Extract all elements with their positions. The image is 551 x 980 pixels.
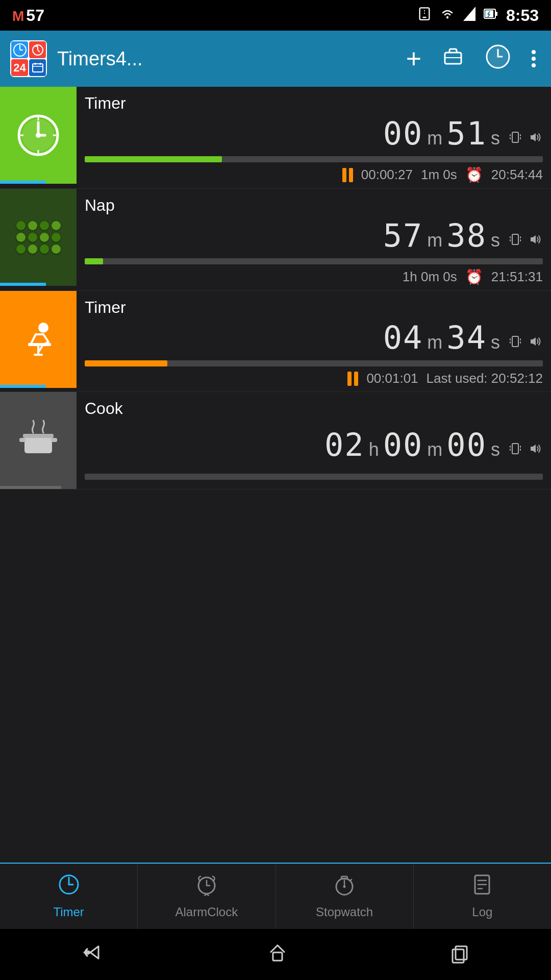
timer-display-4: 02 h 00 m 00 s — [85, 426, 543, 463]
progress-fill-1 — [85, 156, 222, 162]
timer-name-4: Cook — [85, 399, 543, 418]
timer-minunit-4: m — [427, 439, 442, 460]
timer-item-4[interactable]: Cook 02 h 00 m 00 s — [0, 392, 551, 489]
sound-icon-2 — [529, 232, 543, 250]
recents-button[interactable] — [448, 941, 471, 968]
timer-secunit-4: s — [491, 439, 500, 460]
progress-bar-4 — [85, 474, 543, 480]
svg-rect-43 — [510, 236, 511, 238]
person-desk-icon — [15, 316, 61, 362]
status-right: 8:53 — [417, 6, 539, 25]
more-icon[interactable] — [527, 43, 541, 74]
nav-log-icon — [471, 873, 493, 901]
svg-marker-56 — [531, 337, 536, 346]
svg-point-3 — [446, 16, 448, 18]
timer-elapsed-3: 00:01:01 — [366, 371, 418, 386]
nav-tab-stopwatch[interactable]: Stopwatch — [276, 864, 414, 929]
svg-line-80 — [350, 879, 352, 881]
svg-rect-36 — [512, 132, 518, 142]
timer-lastused-3: Last used: 20:52:12 — [427, 371, 543, 386]
timer-thumb-1 — [0, 87, 77, 184]
timer-total-1: 1m 0s — [421, 167, 457, 183]
vibrate-icon-4 — [508, 442, 522, 459]
vibrate-icon-1 — [508, 130, 522, 148]
progress-bar-2 — [85, 258, 543, 264]
bottom-nav: Timer AlarmClock — [0, 863, 551, 929]
svg-point-31 — [36, 133, 41, 138]
app-logo: 24 — [10, 40, 47, 77]
timer-icons-3 — [508, 334, 543, 352]
svg-rect-64 — [520, 446, 521, 448]
timer-item-1[interactable]: Timer 00 m 51 s — [0, 87, 551, 189]
svg-rect-62 — [510, 446, 511, 448]
logo-cell-1 — [11, 41, 28, 58]
thumb-indicator-1 — [0, 181, 46, 184]
empty-area — [0, 489, 551, 863]
svg-rect-37 — [510, 134, 511, 136]
timer-secunit-1: s — [491, 128, 500, 149]
thumb-indicator-2 — [0, 283, 46, 286]
timer-elapsed-1: 00:00:27 — [361, 167, 413, 183]
timer-meta-3: 00:01:01 Last used: 20:52:12 — [85, 371, 543, 386]
timer-seconds-2: 38 — [446, 217, 487, 254]
progress-bar-1 — [85, 156, 543, 162]
timer-meta-2: 1h 0m 0s ⏰ 21:51:31 — [85, 268, 543, 285]
svg-marker-66 — [531, 445, 536, 453]
nav-timer-label: Timer — [53, 905, 84, 919]
nav-tab-log[interactable]: Log — [414, 864, 551, 929]
sys-nav-bar — [0, 929, 551, 980]
nav-stopwatch-label: Stopwatch — [316, 905, 373, 919]
svg-rect-87 — [453, 949, 464, 963]
nav-tab-timer[interactable]: Timer — [0, 864, 138, 929]
timer-minutes-3: 04 — [383, 319, 423, 356]
signal-icon — [463, 7, 475, 24]
svg-rect-44 — [510, 239, 511, 241]
timer-thumb-3 — [0, 291, 77, 388]
timer-item-3[interactable]: Timer 04 m 34 s — [0, 291, 551, 392]
status-left: M 57 — [12, 6, 44, 25]
timer-seconds-1: 51 — [446, 115, 487, 152]
svg-point-48 — [38, 323, 48, 333]
timer-minunit-1: m — [427, 128, 442, 149]
timer-thumb-4 — [0, 392, 77, 489]
svg-rect-38 — [510, 137, 511, 139]
timer-name-1: Timer — [85, 94, 126, 113]
phone-icon — [417, 7, 432, 24]
nav-tab-alarmclock[interactable]: AlarmClock — [138, 864, 276, 929]
timer-alarm-1: 20:54:44 — [491, 167, 543, 183]
vibrate-icon-2 — [508, 232, 522, 250]
alarm-icon-1: ⏰ — [465, 166, 483, 183]
thumb-indicator-3 — [0, 385, 46, 388]
svg-rect-40 — [520, 137, 521, 139]
timer-total-2: 1h 0m 0s — [403, 269, 457, 285]
back-button[interactable] — [80, 942, 107, 967]
svg-point-77 — [343, 886, 346, 888]
svg-rect-61 — [512, 444, 518, 454]
timer-display-1: 00 m 51 s — [85, 115, 543, 152]
timer-info-2: Nap 57 m 38 s — [77, 189, 551, 290]
briefcase-icon[interactable] — [437, 40, 469, 78]
clock-icon[interactable] — [480, 38, 516, 80]
timer-icons-1 — [508, 130, 543, 148]
progress-fill-3 — [85, 360, 167, 366]
timer-icons-2 — [508, 232, 543, 250]
svg-rect-51 — [512, 336, 518, 347]
timer-hourunit-4: h — [369, 439, 379, 460]
home-button[interactable] — [266, 941, 289, 968]
progress-bar-3 — [85, 360, 543, 366]
pause-icon-3 — [347, 372, 358, 386]
timer-item-2[interactable]: Nap 57 m 38 s — [0, 189, 551, 291]
svg-rect-55 — [520, 341, 521, 344]
add-button[interactable]: + — [401, 38, 427, 79]
svg-rect-65 — [520, 449, 521, 451]
timer-info-1: Timer 00 m 51 s — [77, 87, 551, 188]
svg-rect-58 — [19, 438, 26, 442]
timer-seconds-4: 00 — [446, 426, 487, 463]
svg-rect-59 — [51, 438, 57, 442]
app-bar: 24 Timers4... + — [0, 31, 551, 87]
timer-name-3: Timer — [85, 298, 543, 317]
nav-alarmclock-icon — [195, 873, 218, 901]
timer-secunit-3: s — [491, 332, 500, 353]
timer-minutes-1: 00 — [383, 115, 423, 152]
timer-clock-icon — [15, 112, 61, 158]
